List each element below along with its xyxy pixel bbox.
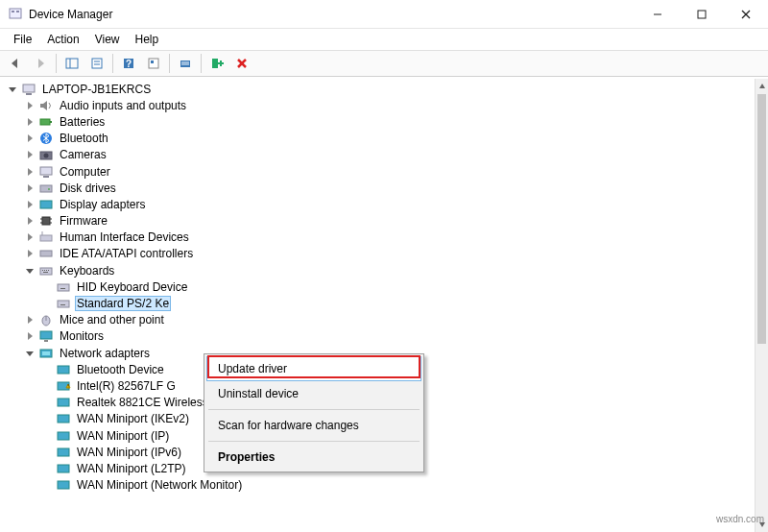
separator [208,409,420,410]
tree-label: Intel(R) 82567LF G [75,379,178,393]
tree-label: Audio inputs and outputs [58,99,188,112]
tree-label: Cameras [58,148,108,161]
menu-view[interactable]: View [87,31,128,48]
tree-item-firmware[interactable]: Firmware [4,213,755,230]
tree-item-bluetooth[interactable]: Bluetooth [4,131,755,147]
svg-rect-11 [92,59,102,68]
tree-label: Monitors [58,329,106,343]
tree-item-keyboards[interactable]: Keyboards [4,262,755,278]
battery-icon [38,114,54,130]
svg-rect-59 [42,270,43,271]
title-bar: Device Manager [0,0,768,29]
show-hide-tree-button[interactable] [60,52,84,75]
back-button[interactable] [4,52,27,75]
tree-item-hid[interactable]: Human Interface Devices [4,230,755,246]
svg-marker-55 [28,250,33,257]
network-adapter-icon [56,411,71,426]
svg-marker-35 [28,151,33,158]
scan-hardware-button[interactable] [174,52,197,75]
chevron-right-icon[interactable] [23,198,36,211]
chevron-down-icon[interactable] [6,83,19,96]
network-adapter-icon [56,461,71,476]
ctx-update-driver[interactable]: Update driver [206,356,421,381]
svg-rect-82 [58,415,69,423]
svg-rect-4 [698,11,706,18]
svg-marker-74 [26,351,34,356]
tree-item-disk[interactable]: Disk drives [4,180,755,196]
action-button[interactable] [142,52,165,75]
add-hardware-button[interactable] [205,52,228,75]
chevron-right-icon[interactable] [23,115,36,129]
svg-rect-53 [40,235,52,241]
tree-label: WAN Miniport (Network Monitor) [75,478,244,492]
chevron-right-icon[interactable] [23,313,36,326]
separator [169,54,170,73]
svg-rect-84 [58,448,69,456]
chevron-down-icon[interactable] [23,264,36,278]
svg-rect-77 [58,366,69,374]
menu-action[interactable]: Action [39,31,86,48]
tree-item-batteries[interactable]: Batteries [4,113,755,130]
svg-marker-7 [12,59,17,68]
svg-rect-76 [42,351,50,355]
svg-marker-87 [759,84,765,88]
tree-label: Display adapters [58,198,147,211]
ctx-label: Properties [218,450,275,464]
help-button[interactable]: ? [117,52,140,75]
menu-help[interactable]: Help [128,31,167,48]
minimize-button[interactable] [636,0,680,29]
chevron-right-icon[interactable] [23,148,36,161]
tree-label: Mice and other point [58,313,166,326]
tree-item-mice[interactable]: Mice and other point [4,312,755,328]
chevron-right-icon[interactable] [23,99,36,112]
svg-rect-63 [43,272,48,273]
svg-marker-71 [28,332,33,340]
tree-item-monitors[interactable]: Monitors [4,328,755,345]
chevron-right-icon[interactable] [23,165,36,179]
ctx-properties[interactable]: Properties [206,445,421,470]
svg-point-37 [44,154,49,158]
chevron-right-icon[interactable] [23,329,36,343]
uninstall-button[interactable] [230,52,253,75]
menu-file[interactable]: File [6,31,39,48]
maximize-button[interactable] [680,0,724,29]
chevron-right-icon[interactable] [23,230,36,244]
tree-item-audio[interactable]: Audio inputs and outputs [4,97,755,113]
svg-marker-38 [28,168,33,176]
svg-marker-68 [28,316,33,324]
svg-marker-8 [38,59,44,68]
tree-item-hid-keyboard[interactable]: HID Keyboard Device [4,278,755,295]
properties-button[interactable] [85,52,108,75]
network-adapter-icon [56,362,71,377]
svg-point-43 [48,188,50,190]
network-adapter-icon [56,395,71,410]
network-adapter-icon [56,445,71,460]
tree-root[interactable]: LAPTOP-JB1EKRCS [4,81,755,97]
svg-rect-31 [40,119,50,125]
ctx-uninstall-device[interactable]: Uninstall device [206,381,421,406]
hid-icon [38,230,54,245]
forward-button[interactable] [29,52,52,75]
tree-item-ide[interactable]: IDE ATA/ATAPI controllers [4,246,755,262]
chevron-right-icon[interactable] [23,181,36,195]
ctx-scan-hardware[interactable]: Scan for hardware changes [206,413,421,438]
chevron-right-icon[interactable] [23,132,36,145]
tree-label: WAN Miniport (IPv6) [75,446,183,459]
scroll-up-icon[interactable] [756,79,768,94]
tree-item-ps2-keyboard[interactable]: Standard PS/2 Ke [4,295,755,311]
svg-rect-73 [44,340,48,342]
close-button[interactable] [724,0,768,29]
separator [201,54,202,73]
chevron-right-icon[interactable] [23,214,36,228]
context-menu: Update driver Uninstall device Scan for … [204,353,424,472]
tree-item-computer[interactable]: Computer [4,163,755,180]
scrollbar[interactable] [755,79,768,532]
svg-rect-0 [10,9,21,18]
chevron-down-icon[interactable] [23,347,36,360]
tree-item-cameras[interactable]: Cameras [4,147,755,163]
chevron-right-icon[interactable] [23,247,36,260]
tree-label: LAPTOP-JB1EKRCS [40,83,153,96]
tree-item-wan-netmon[interactable]: WAN Miniport (Network Monitor) [4,477,755,494]
scrollbar-thumb[interactable] [757,94,766,344]
tree-item-display[interactable]: Display adapters [4,196,755,212]
